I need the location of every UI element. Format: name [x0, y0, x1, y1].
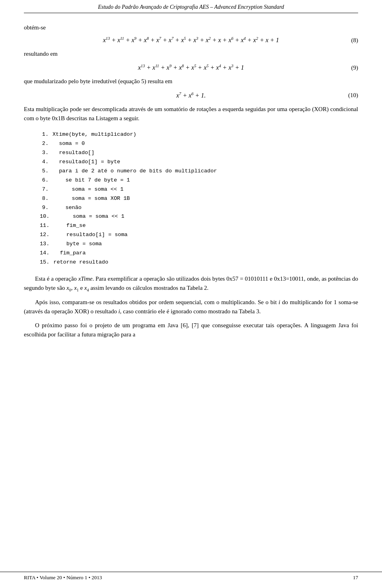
line-num-10: 10. [40, 212, 49, 221]
line-code-9: senão [53, 203, 82, 213]
line-code-10: soma = soma << 1 [53, 212, 124, 221]
eq9-content: x13 + x11 + x9 + x8 + x5 + x5 + x4 + x3 … [138, 64, 244, 71]
eq10-content: x7 + x6 + 1. [176, 92, 206, 99]
code-line-9: 9. senão [40, 203, 358, 213]
line-code-6: se bit 7 de byte = 1 [53, 176, 130, 185]
eq8-content: x13 + x11 + x9 + x8 + x7 + x7 + x5 + x3 … [103, 37, 279, 44]
code-line-8: 8. soma = soma XOR 1B [40, 194, 358, 203]
code-line-2: 2. soma = 0 [40, 139, 358, 148]
code-line-3: 3. resultado[] [40, 148, 358, 158]
eq8-tag: (8) [351, 37, 359, 44]
line-num-3: 3. [40, 148, 49, 158]
line-code-12: resultado[i] = soma [53, 231, 127, 240]
paragraph-2: Após isso, comparam-se os resultados obt… [24, 298, 358, 316]
line-num-13: 13. [40, 240, 49, 249]
line-num-12: 12. [40, 231, 49, 240]
line-code-1: Xtime(byte, multiplicador) [53, 130, 136, 139]
paragraph-1: Esta é a operação xTime. Para exemplific… [24, 274, 358, 293]
code-line-7: 7. soma = soma << 1 [40, 185, 358, 194]
eq10-tag: (10) [348, 92, 358, 99]
line-num-5: 5. [40, 167, 49, 176]
line-code-2: soma = 0 [53, 139, 85, 148]
code-line-6: 6. se bit 7 de byte = 1 [40, 176, 358, 185]
line-num-2: 2. [40, 139, 49, 148]
mudularizado-text: que mudularizado pelo byte irredutível (… [24, 77, 358, 86]
line-code-15: retorne resultado [53, 258, 108, 267]
line-num-1: 1. [40, 130, 49, 139]
line-num-4: 4. [40, 158, 49, 167]
page-header: Estudo do Padrão Avançado de Criptografi… [24, 0, 358, 13]
equation-10: x7 + x6 + 1. (10) [24, 92, 358, 99]
page-content: obtém-se x13 + x11 + x9 + x8 + x7 + x7 +… [24, 24, 358, 368]
line-num-11: 11. [40, 221, 49, 231]
line-code-14: fim_para [53, 249, 86, 258]
code-line-5: 5. para i de 2 até o numero de bits do m… [40, 167, 358, 176]
eq9-tag: (9) [351, 64, 359, 71]
line-code-8: soma = soma XOR 1B [53, 194, 130, 203]
line-num-6: 6. [40, 176, 49, 185]
footer-page-number: 17 [353, 574, 358, 581]
line-num-14: 14. [40, 249, 49, 258]
line-num-8: 8. [40, 194, 49, 203]
header-title: Estudo do Padrão Avançado de Criptografi… [98, 4, 284, 10]
line-code-11: fim_se [53, 221, 86, 231]
line-num-9: 9. [40, 203, 49, 213]
equation-8: x13 + x11 + x9 + x8 + x7 + x7 + x5 + x3 … [24, 37, 358, 44]
code-line-11: 11. fim_se [40, 221, 358, 231]
obtense-label: obtém-se [24, 24, 358, 31]
line-num-7: 7. [40, 185, 49, 194]
code-line-1: 1. Xtime(byte, multiplicador) [40, 130, 358, 139]
page: Estudo do Padrão Avançado de Criptografi… [0, 0, 382, 588]
paragraph-3: O próximo passo foi o projeto de um prog… [24, 321, 358, 340]
line-code-13: byte = soma [53, 240, 102, 249]
code-line-4: 4. resultado[1] = byte [40, 158, 358, 167]
line-code-4: resultado[1] = byte [53, 158, 120, 167]
code-line-13: 13. byte = soma [40, 240, 358, 249]
line-code-7: soma = soma << 1 [53, 185, 123, 194]
code-line-15: 15. retorne resultado [40, 258, 358, 267]
page-footer: RITA • Volume 20 • Número 1 • 2013 17 [0, 572, 382, 581]
code-line-12: 12. resultado[i] = soma [40, 231, 358, 240]
code-line-14: 14. fim_para [40, 249, 358, 258]
esta-text: Esta multiplicação pode ser descomplicad… [24, 105, 358, 123]
footer-journal: RITA • Volume 20 • Número 1 • 2013 [24, 574, 102, 581]
resultando-label: resultando em [24, 49, 358, 59]
line-code-5: para i de 2 até o numero de bits do mult… [53, 167, 217, 176]
code-line-10: 10. soma = soma << 1 [40, 212, 358, 221]
line-num-15: 15. [40, 258, 49, 267]
line-code-3: resultado[] [53, 148, 94, 158]
code-listing: 1. Xtime(byte, multiplicador) 2. soma = … [40, 130, 358, 267]
equation-9: x13 + x11 + x9 + x8 + x5 + x5 + x4 + x3 … [24, 64, 358, 71]
